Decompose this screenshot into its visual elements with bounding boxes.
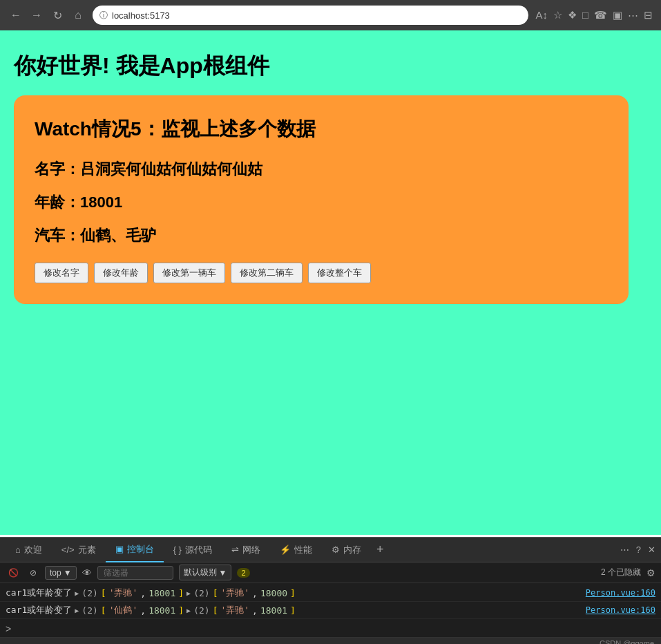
log-count-2a: (2)	[82, 605, 97, 616]
url-text: localhost:5173	[112, 10, 170, 21]
memory-icon: ⚙	[332, 544, 340, 555]
log-arrow-2b[interactable]: ▶	[186, 607, 191, 614]
log-source-2[interactable]: Person.vue:160	[586, 605, 655, 615]
home-icon: ⌂	[15, 544, 21, 555]
add-tab-button[interactable]: +	[371, 542, 390, 557]
extension-icon[interactable]: ❖	[568, 9, 577, 21]
log-val-2a: 18001	[149, 605, 175, 616]
sidebar-icon[interactable]: □	[582, 9, 588, 21]
console-prompt-icon: >	[6, 623, 11, 634]
log-key-2a: '仙鹤'	[109, 604, 138, 616]
console-input[interactable]	[15, 624, 655, 634]
devtools-more-icon[interactable]: ⋯	[620, 544, 629, 555]
watch-card: Watch情况5：监视上述多个数据 名字：吕洞宾何仙姑何仙姑何仙姑 年龄：180…	[14, 95, 629, 304]
log-bracket-2a-open: [	[101, 605, 106, 616]
hidden-count: 2 个已隐藏	[601, 567, 641, 578]
top-label: top	[50, 568, 61, 578]
log-key-1a: '弄驰'	[109, 587, 138, 599]
sources-icon: { }	[173, 544, 182, 555]
name-label: 名字：	[35, 160, 80, 178]
log-label-1: car1或年龄变了	[6, 587, 72, 599]
performance-icon: ⚡	[280, 544, 291, 555]
modify-car2-button[interactable]: 修改第二辆车	[231, 263, 303, 283]
bookmark-icon[interactable]: ☆	[553, 9, 562, 21]
tab-elements[interactable]: </> 元素	[52, 538, 106, 562]
log-arrow-1a[interactable]: ▶	[75, 589, 79, 597]
devtools-panel: ⌂ 欢迎 </> 元素 ▣ 控制台 { } 源代码 ⇌ 网络 ⚡ 性能 ⚙ 内存…	[0, 537, 661, 644]
favorites-icon[interactable]: ☎	[594, 9, 607, 21]
clear-console-button[interactable]: 🚫	[6, 567, 21, 579]
page-content: 你好世界! 我是App根组件 Watch情况5：监视上述多个数据 名字：吕洞宾何…	[0, 30, 661, 535]
log-count-1a: (2)	[82, 588, 97, 598]
tab-welcome[interactable]: ⌂ 欢迎	[6, 538, 52, 562]
log-key-2b: '弄驰'	[220, 604, 249, 616]
back-button[interactable]: ←	[8, 8, 23, 23]
console-toolbar: 🚫 ⊘ top ▼ 👁 默认级别 ▼ 2 2 个已隐藏 ⚙	[0, 562, 661, 583]
console-settings-icon[interactable]: ⚙	[646, 567, 655, 578]
tab-memory[interactable]: ⚙ 内存	[322, 538, 371, 562]
log-bracket-1b-close: ]	[290, 588, 296, 598]
log-bracket-2a-close: ]	[178, 605, 184, 616]
card-title: Watch情况5：监视上述多个数据	[35, 116, 608, 142]
collections-icon[interactable]: ▣	[613, 9, 622, 21]
log-bracket-2b-open: [	[213, 605, 218, 616]
log-bracket-1a-close: ]	[178, 588, 184, 598]
modify-age-button[interactable]: 修改年龄	[94, 263, 148, 283]
devtools-help-icon[interactable]: ?	[636, 544, 641, 555]
log-key-1b: '弄驰'	[220, 587, 249, 599]
top-selector[interactable]: top ▼	[45, 566, 77, 580]
log-bracket-2b-close: ]	[290, 605, 296, 616]
modify-all-cars-button[interactable]: 修改整个车	[308, 263, 371, 283]
log-arrow-1b[interactable]: ▶	[186, 589, 191, 597]
filter-input[interactable]	[97, 566, 173, 580]
filter-toggle-button[interactable]: ⊘	[27, 567, 39, 579]
forward-button[interactable]: →	[29, 8, 44, 23]
log-arrow-2a[interactable]: ▶	[75, 607, 79, 614]
log-bracket-1a-open: [	[101, 588, 106, 598]
nav-buttons: ← → ↻ ⌂	[8, 8, 86, 23]
refresh-button[interactable]: ↻	[50, 8, 65, 23]
elements-icon: </>	[61, 544, 75, 555]
action-buttons-row: 修改名字 修改年龄 修改第一辆车 修改第二辆车 修改整个车	[35, 263, 608, 283]
name-value: 吕洞宾何仙姑何仙姑何仙姑	[80, 160, 262, 178]
address-bar[interactable]: ⓘ localhost:5173	[93, 6, 528, 25]
level-label: 默认级别	[184, 567, 217, 578]
footer-text: CSDN @ggome	[600, 639, 654, 644]
log-count-badge: 2	[237, 568, 249, 578]
devtools-close-icon[interactable]: ✕	[648, 544, 655, 555]
modify-car1-button[interactable]: 修改第一辆车	[153, 263, 225, 283]
name-row: 名字：吕洞宾何仙姑何仙姑何仙姑	[35, 159, 608, 180]
console-input-row: >	[0, 621, 661, 637]
devtools-actions: ⋯ ? ✕	[620, 544, 655, 555]
devtools-footer: CSDN @ggome	[0, 637, 661, 644]
eye-icon[interactable]: 👁	[82, 567, 92, 578]
network-icon: ⇌	[231, 544, 239, 555]
log-val-2b: 18001	[260, 605, 287, 616]
info-icon: ⓘ	[99, 10, 108, 21]
log-count-2b: (2)	[193, 605, 209, 616]
level-selector[interactable]: 默认级别 ▼	[179, 565, 232, 580]
more-icon[interactable]: ⋯	[628, 9, 638, 21]
log-row: car1或年龄变了 ▶ (2) [ '弄驰', 18001 ] ▶ (2) [ …	[0, 585, 661, 602]
age-value: 18001	[80, 193, 122, 211]
log-bracket-1b-open: [	[213, 588, 218, 598]
tab-sources[interactable]: { } 源代码	[164, 538, 222, 562]
home-button[interactable]: ⌂	[70, 8, 86, 23]
log-label-2: car1或年龄变了	[6, 604, 72, 616]
tab-network[interactable]: ⇌ 网络	[222, 538, 270, 562]
log-source-1[interactable]: Person.vue:160	[586, 588, 655, 598]
browser-action-icons: A↕ ☆ ❖ □ ☎ ▣ ⋯ ⊟	[535, 9, 653, 21]
tab-performance[interactable]: ⚡ 性能	[270, 538, 322, 562]
car-value: 仙鹤、毛驴	[80, 227, 156, 244]
browser-toolbar: ← → ↻ ⌂ ⓘ localhost:5173 A↕ ☆ ❖ □ ☎ ▣ ⋯ …	[0, 0, 661, 30]
car-label: 汽车：	[35, 227, 80, 244]
log-val-1b: 18000	[260, 588, 287, 598]
modify-name-button[interactable]: 修改名字	[35, 263, 88, 283]
tab-console[interactable]: ▣ 控制台	[106, 538, 164, 562]
console-icon: ▣	[115, 544, 124, 554]
console-log-area: car1或年龄变了 ▶ (2) [ '弄驰', 18001 ] ▶ (2) [ …	[0, 583, 661, 621]
expand-icon[interactable]: ⊟	[644, 9, 653, 21]
page-title: 你好世界! 我是App根组件	[14, 51, 647, 82]
translate-icon[interactable]: A↕	[535, 9, 548, 21]
age-label: 年龄：	[35, 193, 80, 211]
